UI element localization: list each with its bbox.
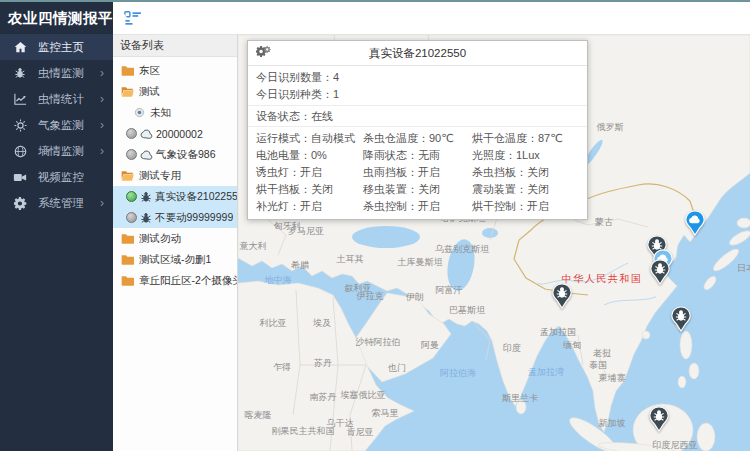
device-list-panel: 设备列表 东区测试未知20000002气象设备986测试专用真实设备210225… bbox=[113, 35, 238, 451]
bug-icon bbox=[12, 67, 28, 79]
sidebar-item-insect-monitor[interactable]: 虫情监测› bbox=[0, 60, 113, 86]
popup-header: 真实设备21022550 bbox=[248, 41, 587, 66]
popup-grid-cell: 烘干控制：开启 bbox=[464, 198, 587, 215]
device-status: 设备状态：在线 bbox=[248, 105, 587, 127]
status-dot-online bbox=[126, 191, 137, 202]
popup-grid-cell: 电池电量：0% bbox=[248, 147, 355, 164]
popup-grid-cell: 烘干挡板：关闭 bbox=[248, 181, 355, 198]
tree-item-label: 20000002 bbox=[156, 128, 203, 140]
tree-folder[interactable]: 测试专用 bbox=[113, 165, 237, 186]
folder-icon bbox=[121, 254, 134, 265]
tree-item-label: 气象设备986 bbox=[156, 148, 216, 162]
popup-grid-cell: 补光灯：开启 bbox=[248, 198, 355, 215]
insect-device-marker[interactable] bbox=[650, 259, 670, 289]
stat-recognition-count: 今日识别数量：4 bbox=[248, 69, 587, 86]
sidebar-item-label: 视频监控 bbox=[38, 170, 104, 185]
sidebar-item-label: 气象监测 bbox=[38, 118, 100, 133]
tree-item-label: 未知 bbox=[150, 106, 171, 120]
cloud-icon bbox=[140, 150, 153, 160]
sidebar-item-system-admin[interactable]: 系统管理› bbox=[0, 190, 113, 216]
home-icon bbox=[12, 41, 28, 53]
tree-folder[interactable]: 东区 bbox=[113, 60, 237, 81]
chevron-right-icon: › bbox=[100, 93, 104, 105]
sidebar-item-insect-stats[interactable]: 虫情统计› bbox=[0, 86, 113, 112]
folder-icon bbox=[121, 275, 134, 286]
tree-folder[interactable]: 测试勿动 bbox=[113, 228, 237, 249]
folder-open-icon bbox=[121, 86, 134, 97]
chevron-right-icon: › bbox=[100, 119, 104, 131]
tree-folder[interactable]: 测试区域-勿删1 bbox=[113, 249, 237, 270]
topbar bbox=[113, 2, 750, 35]
popup-grid-cell: 震动装置：关闭 bbox=[464, 181, 587, 198]
insect-device-marker[interactable] bbox=[671, 306, 691, 336]
window-top-strip bbox=[0, 0, 750, 2]
gear-icon bbox=[12, 197, 28, 210]
cloud-icon bbox=[140, 129, 153, 139]
bug-icon bbox=[140, 191, 152, 203]
app-title: 农业四情测报平台 bbox=[0, 0, 113, 34]
popup-grid-cell: 降雨状态：无雨 bbox=[355, 147, 464, 164]
globe-icon bbox=[12, 145, 28, 158]
insect-device-marker[interactable] bbox=[649, 406, 669, 436]
unknown-device-icon bbox=[134, 107, 145, 118]
chevron-right-icon: › bbox=[100, 145, 104, 157]
sidebar-item-weather-monitor[interactable]: 气象监测› bbox=[0, 112, 113, 138]
sidebar-menu: 监控主页虫情监测›虫情统计›气象监测›墒情监测›视频监控系统管理› bbox=[0, 34, 113, 216]
weather-device-marker[interactable] bbox=[685, 210, 705, 240]
tree-item-label: 测试勿动 bbox=[139, 232, 181, 246]
status-dot-offline bbox=[126, 149, 137, 160]
popup-grid-cell: 烘干仓温度：87℃ bbox=[464, 130, 587, 147]
popup-title: 真实设备21022550 bbox=[248, 46, 587, 61]
device-info-popup: 真实设备21022550 今日识别数量：4 今日识别种类：1 设备状态：在线 运… bbox=[247, 40, 588, 220]
sidebar-item-label: 监控主页 bbox=[38, 40, 104, 55]
popup-grid-cell: 诱虫灯：开启 bbox=[248, 164, 355, 181]
chevron-right-icon: › bbox=[100, 67, 104, 79]
tree-device[interactable]: 不要动99999999 bbox=[113, 207, 237, 228]
tree-item-label: 测试专用 bbox=[139, 169, 181, 183]
tree-folder[interactable]: 测试 bbox=[113, 81, 237, 102]
app-window: 农业四情测报平台 监控主页虫情监测›虫情统计›气象监测›墒情监测›视频监控系统管… bbox=[0, 0, 750, 451]
sidebar-item-label: 墒情监测 bbox=[38, 144, 100, 159]
tree-device[interactable]: 气象设备986 bbox=[113, 144, 237, 165]
device-list-header: 设备列表 bbox=[113, 35, 237, 57]
chevron-right-icon: › bbox=[100, 197, 104, 209]
tree-item-label: 真实设备21022550 bbox=[155, 190, 237, 204]
bug-icon bbox=[140, 212, 152, 224]
tree-folder[interactable]: 章丘阳丘区-2个摄像头 bbox=[113, 270, 237, 291]
tree-item-label: 测试区域-勿删1 bbox=[139, 253, 211, 267]
popup-grid-cell: 杀虫挡板：关闭 bbox=[464, 164, 587, 181]
tree-device[interactable]: 真实设备21022550 bbox=[113, 186, 237, 207]
tree-item-label: 章丘阳丘区-2个摄像头 bbox=[139, 274, 237, 288]
popup-grid-cell: 光照度：1Lux bbox=[464, 147, 587, 164]
tree-device[interactable]: 20000002 bbox=[113, 123, 237, 144]
tree-device[interactable]: 未知 bbox=[113, 102, 237, 123]
popup-stats: 今日识别数量：4 今日识别种类：1 bbox=[248, 66, 587, 105]
video-icon bbox=[12, 172, 28, 183]
sidebar-item-label: 虫情监测 bbox=[38, 66, 100, 81]
sun-icon bbox=[12, 119, 28, 132]
sidebar-item-soil-monitor[interactable]: 墒情监测› bbox=[0, 138, 113, 164]
settings-gears-icon[interactable] bbox=[256, 46, 271, 57]
sidebar-item-home[interactable]: 监控主页 bbox=[0, 34, 113, 60]
popup-grid-cell: 杀虫控制：开启 bbox=[355, 198, 464, 215]
status-dot-offline bbox=[126, 128, 137, 139]
popup-grid-cell: 虫雨挡板：开启 bbox=[355, 164, 464, 181]
sidebar-item-video-monitor[interactable]: 视频监控 bbox=[0, 164, 113, 190]
map-canvas[interactable]: 俄罗斯蒙古捷克乌克兰哈萨克斯坦匈牙利罗马尼亚意大利希腊土耳其乌兹别克斯坦土库曼斯… bbox=[238, 35, 750, 451]
status-dot-offline bbox=[126, 212, 137, 223]
stat-recognition-species: 今日识别种类：1 bbox=[248, 86, 587, 103]
folder-open-icon bbox=[121, 170, 134, 181]
sidebar: 农业四情测报平台 监控主页虫情监测›虫情统计›气象监测›墒情监测›视频监控系统管… bbox=[0, 0, 113, 451]
folder-icon bbox=[121, 233, 134, 244]
popup-grid-cell: 运行模式：自动模式 bbox=[248, 130, 355, 147]
tree-item-label: 不要动99999999 bbox=[155, 211, 233, 225]
popup-grid: 运行模式：自动模式杀虫仓温度：90℃烘干仓温度：87℃电池电量：0%降雨状态：无… bbox=[248, 127, 587, 219]
sidebar-item-label: 系统管理 bbox=[38, 196, 100, 211]
tree-item-label: 测试 bbox=[139, 85, 160, 99]
folder-icon bbox=[121, 65, 134, 76]
sidebar-item-label: 虫情统计 bbox=[38, 92, 100, 107]
popup-grid-cell: 移虫装置：关闭 bbox=[355, 181, 464, 198]
popup-grid-cell: 杀虫仓温度：90℃ bbox=[355, 130, 464, 147]
chart-icon bbox=[12, 93, 28, 105]
insect-device-marker[interactable] bbox=[552, 283, 572, 313]
